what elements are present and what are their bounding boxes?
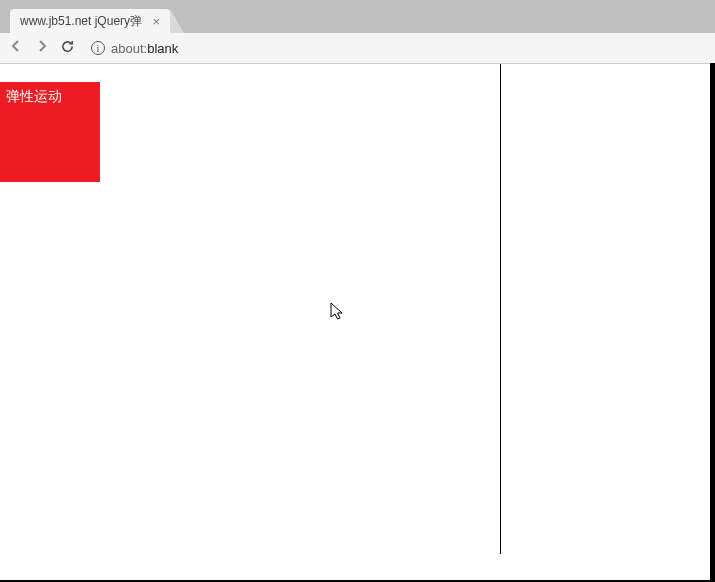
url-protocol: about:: [111, 41, 147, 56]
tab-edge: [170, 9, 184, 33]
browser-chrome: www.jb51.net jQuery弹 × i about:blank: [0, 0, 715, 64]
cursor-icon: [330, 302, 346, 326]
url-text: about:blank: [111, 41, 178, 56]
tab-title: www.jb51.net jQuery弹: [20, 13, 142, 30]
nav-buttons: [8, 38, 75, 58]
vertical-divider: [500, 64, 501, 554]
reload-button[interactable]: [60, 39, 75, 57]
tab-bar: www.jb51.net jQuery弹 ×: [0, 7, 715, 33]
elastic-box[interactable]: 弹性运动: [0, 82, 100, 182]
browser-tab[interactable]: www.jb51.net jQuery弹 ×: [10, 9, 170, 33]
elastic-box-label: 弹性运动: [6, 88, 62, 104]
close-icon[interactable]: ×: [152, 14, 160, 29]
url-path: blank: [147, 41, 178, 56]
top-bar: [0, 0, 715, 7]
address-bar[interactable]: i about:blank: [85, 39, 707, 58]
back-button[interactable]: [8, 38, 24, 58]
right-border: [710, 63, 715, 582]
forward-button[interactable]: [34, 38, 50, 58]
info-icon[interactable]: i: [91, 41, 105, 55]
toolbar: i about:blank: [0, 33, 715, 63]
page-content: 弹性运动: [0, 64, 715, 582]
